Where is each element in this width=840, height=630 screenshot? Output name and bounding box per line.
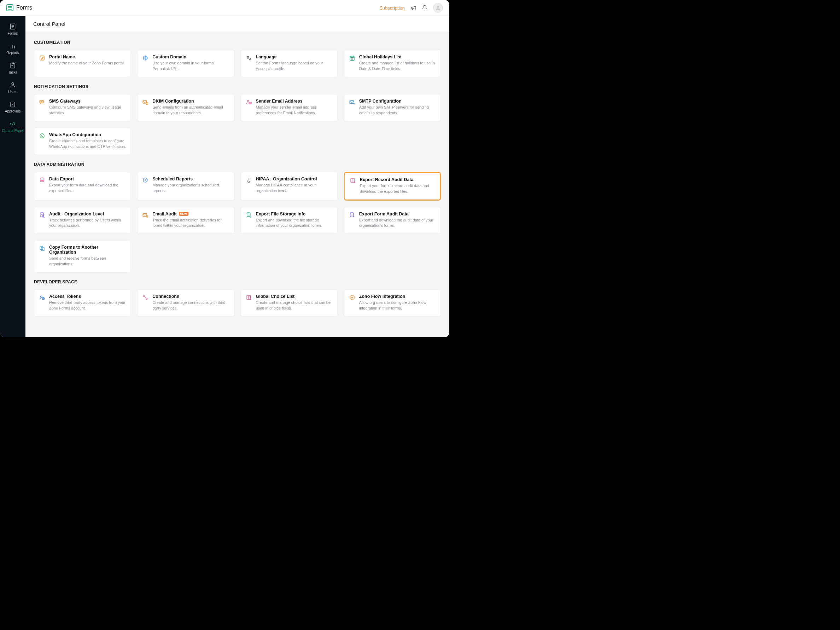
- card-audit-organization-level[interactable]: Audit - Organization LevelTrack activiti…: [34, 207, 131, 234]
- card-whatsapp-configuration[interactable]: WhatsApp ConfigurationCreate channels an…: [34, 128, 131, 155]
- table-export-icon: [349, 177, 356, 184]
- card-desc: Set the Forms language based on your Acc…: [256, 60, 333, 72]
- connection-icon: [142, 294, 149, 301]
- card-desc: Create channels and templates to configu…: [49, 138, 126, 150]
- svg-point-37: [43, 215, 44, 217]
- topbar-right: Subscription: [379, 3, 443, 13]
- card-copy-forms-to-another-organization[interactable]: Copy Forms to Another OrganizationSend a…: [34, 240, 131, 272]
- brand[interactable]: Forms: [6, 4, 32, 11]
- card-desc: Manage your sender email address prefere…: [256, 105, 333, 116]
- card-title: Portal Name: [49, 54, 126, 59]
- card-desc: Create and manage list of holidays to us…: [359, 60, 436, 72]
- card-language[interactable]: LanguageSet the Forms language based on …: [241, 50, 338, 77]
- card-smtp-configuration[interactable]: SMTP ConfigurationAdd your own SMTP serv…: [344, 94, 441, 121]
- sidebar-item-forms[interactable]: Forms: [0, 19, 25, 38]
- card-sender-email-address[interactable]: Sender Email AddressManage your sender e…: [241, 94, 338, 121]
- card-export-form-audit-data[interactable]: Export Form Audit DataExport and downloa…: [344, 207, 441, 234]
- card-export-record-audit-data[interactable]: Export Record Audit DataExport your form…: [344, 172, 441, 201]
- section-heading: CUSTOMIZATION: [34, 40, 441, 45]
- mail-lock-icon: [142, 99, 149, 106]
- card-portal-name[interactable]: Portal NameModify the name of your Zoho …: [34, 50, 131, 77]
- card-access-tokens[interactable]: Access TokensRemove third-party access t…: [34, 290, 131, 317]
- section-heading: DATA ADMINISTRATION: [34, 162, 441, 167]
- avatar[interactable]: [433, 3, 443, 13]
- card-global-holidays-list[interactable]: 31Global Holidays ListCreate and manage …: [344, 50, 441, 77]
- card-title: Access Tokens: [49, 294, 126, 299]
- card-export-file-storage-info[interactable]: Export File Storage InfoExport and downl…: [241, 207, 338, 234]
- card-desc: Manage HIPAA compliance at your organiza…: [256, 182, 333, 194]
- svg-point-9: [12, 83, 14, 85]
- sidebar-item-label: Reports: [6, 51, 19, 55]
- token-icon: [38, 294, 46, 301]
- card-title: Zoho Flow Integration: [359, 294, 436, 299]
- edit-icon: [38, 54, 46, 62]
- forms-icon: [9, 23, 16, 30]
- brand-text: Forms: [16, 5, 32, 11]
- svg-point-50: [144, 296, 145, 297]
- database-icon: [38, 177, 46, 184]
- card-title: Connections: [152, 294, 229, 299]
- card-title: Language: [256, 54, 333, 59]
- card-desc: Track activities performed by Users with…: [49, 218, 126, 229]
- sidebar-item-users[interactable]: Users: [0, 78, 25, 97]
- sidebar-item-approvals[interactable]: Approvals: [0, 97, 25, 116]
- card-desc: Send and receive forms between organizat…: [49, 256, 126, 267]
- doc-search-icon: [38, 212, 46, 218]
- card-desc: Export and download the file storage inf…: [256, 218, 333, 229]
- approvals-icon: [9, 101, 16, 108]
- globe-icon: [142, 54, 149, 62]
- card-zoho-flow-integration[interactable]: Zoho Flow IntegrationAllow org users to …: [344, 290, 441, 317]
- sidebar-item-reports[interactable]: Reports: [0, 39, 25, 58]
- reports-icon: [9, 43, 16, 49]
- card-global-choice-list[interactable]: Global Choice ListCreate and manage choi…: [241, 290, 338, 317]
- card-grid: Data ExportExport your form data and dow…: [34, 172, 441, 273]
- sidebar-item-tasks[interactable]: Tasks: [0, 59, 25, 77]
- card-desc: Create and manage connections with third…: [152, 300, 229, 311]
- svg-point-29: [247, 181, 248, 182]
- users-icon: [9, 81, 16, 89]
- announcement-icon[interactable]: [411, 5, 416, 11]
- card-email-audit[interactable]: Email AuditNEWTrack the email notificati…: [137, 207, 234, 234]
- card-desc: Add your own SMTP servers for sending em…: [359, 105, 436, 116]
- card-dkim-configuration[interactable]: DKIM ConfigurationSend emails from an au…: [137, 94, 234, 121]
- svg-point-51: [146, 298, 147, 300]
- card-title: Export Record Audit Data: [360, 177, 436, 182]
- card-sms-gateways[interactable]: SMS GatewaysConfigure SMS gateways and v…: [34, 94, 131, 121]
- card-title: Data Export: [49, 177, 126, 182]
- card-connections[interactable]: ConnectionsCreate and manage connections…: [137, 290, 234, 317]
- card-title: WhatsApp Configuration: [49, 132, 126, 137]
- page-title: Control Panel: [25, 16, 449, 32]
- card-data-export[interactable]: Data ExportExport your form data and dow…: [34, 172, 131, 201]
- sidebar-item-label: Tasks: [8, 70, 17, 74]
- card-grid: Portal NameModify the name of your Zoho …: [34, 50, 441, 77]
- svg-text:31: 31: [351, 58, 353, 60]
- sidebar-item-label: Control Panel: [2, 129, 24, 133]
- card-hipaa-organization-control[interactable]: HIPAA - Organization ControlManage HIPAA…: [241, 172, 338, 201]
- card-desc: Export and download the audit data of yo…: [359, 218, 436, 229]
- copy-icon: [38, 245, 46, 252]
- card-title: Scheduled Reports: [152, 177, 229, 182]
- card-title: Sender Email Address: [256, 99, 333, 104]
- chat-icon: [38, 99, 46, 106]
- flow-icon: [349, 294, 356, 301]
- sidebar-item-label: Users: [8, 90, 17, 94]
- control-panel-icon: [9, 120, 16, 127]
- card-desc: Send emails from an authenticated email …: [152, 105, 229, 116]
- new-badge: NEW: [179, 212, 189, 216]
- subscription-link[interactable]: Subscription: [379, 5, 405, 11]
- sidebar-item-control-panel[interactable]: Control Panel: [0, 117, 25, 136]
- card-title: Global Choice List: [256, 294, 333, 299]
- card-custom-domain[interactable]: Custom DomainUse your own domain in your…: [137, 50, 234, 77]
- sidebar: Forms Reports Tasks Users Approvals Cont…: [0, 16, 25, 337]
- bell-icon[interactable]: [422, 5, 428, 11]
- card-desc: Configure SMS gateways and view usage st…: [49, 105, 126, 116]
- card-title: Export File Storage Info: [256, 212, 333, 217]
- card-desc: Export your form data and download the e…: [49, 182, 126, 194]
- card-desc: Export your forms' record audit data and…: [360, 183, 436, 195]
- tasks-icon: [9, 62, 16, 69]
- translate-icon: [245, 54, 253, 62]
- topbar: Forms Subscription: [0, 0, 449, 16]
- content: Control Panel CUSTOMIZATIONPortal NameMo…: [25, 16, 449, 337]
- card-scheduled-reports[interactable]: Scheduled ReportsManage your organizatio…: [137, 172, 234, 201]
- medical-icon: [245, 177, 253, 184]
